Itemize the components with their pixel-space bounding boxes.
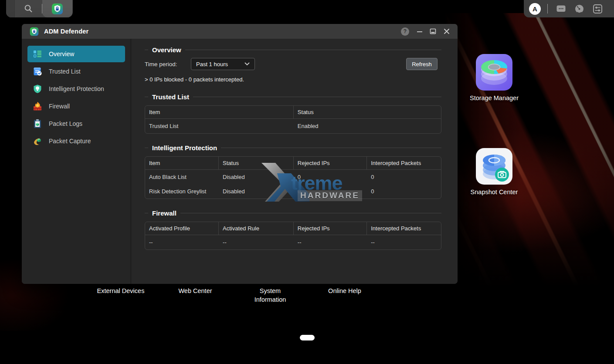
sidebar-item-label: Firewall [49,103,70,110]
chevron-down-icon [244,62,250,66]
trusted-list-table: Item Status Trusted List Enabled [145,105,441,134]
search-button[interactable] [15,0,42,17]
column-header: Status [294,106,441,118]
desktop-icon-label-external-devices[interactable]: External Devices [86,287,156,296]
taskbar-stub [6,0,15,17]
table-cell: Trusted List [145,119,294,133]
taskbar-handle-pill[interactable] [300,335,315,340]
sidebar-item-label: Packet Capture [49,138,91,145]
table-cell: 0 [294,170,367,184]
sidebar-item-overview[interactable]: Overview [27,46,125,62]
sliders-icon [593,4,603,14]
overview-summary: > 0 IPs blocked - 0 packets intercepted. [145,76,441,83]
table-cell: -- [367,235,441,249]
table-cell: Disabled [219,170,294,184]
sidebar-item-packet-capture[interactable]: Packet Capture [27,133,125,149]
adm-defender-app-icon [30,27,39,36]
desktop-icon-label: Snapshot Center [459,189,529,195]
firewall-table: Activated Profile Activated Rule Rejecte… [145,222,441,250]
table-header-row: Item Status Rejected IPs Intercepted Pac… [145,157,441,170]
desktop-icon-label: Storage Manager [459,94,529,101]
maximize-icon [430,28,436,34]
table-cell: Risk Detection Greylist [145,184,219,199]
time-period-value: Past 1 hours [196,61,244,67]
gauge-icon [574,4,584,14]
system-monitor-button[interactable] [574,4,584,14]
table-cell: 0 [367,170,441,184]
table-row: Auto Black List Disabled 0 0 [145,170,441,184]
adm-defender-app-icon [51,3,63,15]
table-cell: 0 [294,184,367,199]
table-cell: -- [294,235,367,249]
minimize-button[interactable] [416,28,423,35]
table-row: -- -- -- -- [145,235,441,249]
help-button[interactable]: ? [401,27,409,36]
sidebar-item-intelligent-protection[interactable]: Intelligent Protection [27,81,125,97]
shield-bulb-icon [33,84,42,94]
column-header: Rejected IPs [294,157,367,169]
packet-logs-icon [33,119,42,128]
messages-button[interactable] [556,4,566,13]
desktop-icon-label-online-help[interactable]: Online Help [314,287,375,296]
table-cell: 0 [367,184,441,199]
window-title: ADM Defender [44,28,88,35]
section-intelligent-protection-heading: Intelligent Protection [145,144,441,152]
time-period-label: Time period: [145,61,191,67]
section-firewall-heading: Firewall [145,209,441,217]
sidebar-item-trusted-list[interactable]: Trusted List [27,63,125,80]
chat-bubble-icon [556,4,566,13]
taskbar-divider [547,4,548,13]
table-cell: Disabled [219,184,294,199]
column-header: Intercepted Packets [367,222,441,235]
desktop-icon-snapshot-center[interactable]: Snapshot Center [459,148,529,195]
packet-capture-icon [33,136,42,146]
taskbar-active-app-adm-defender[interactable] [42,0,72,17]
column-header: Activated Profile [145,222,219,235]
preferences-button[interactable] [593,4,603,14]
intelligent-protection-table: Item Status Rejected IPs Intercepted Pac… [145,156,441,199]
sidebar-item-label: Trusted List [49,68,81,75]
desktop-icon-label-web-center[interactable]: Web Center [165,287,226,296]
table-row: Risk Detection Greylist Disabled 0 0 [145,184,441,199]
snapshot-center-icon [476,148,512,185]
section-trusted-list-heading: Trusted List [145,93,441,101]
time-period-select[interactable]: Past 1 hours [191,58,255,70]
storage-manager-icon [476,54,512,91]
window-titlebar[interactable]: ADM Defender ? [22,24,458,39]
column-header: Intercepted Packets [367,157,441,169]
close-button[interactable] [443,28,450,35]
maximize-button[interactable] [430,28,436,34]
sidebar-item-label: Overview [49,51,74,57]
overview-list-icon [33,49,42,59]
table-cell: Auto Black List [145,170,219,184]
main-content: Overview Time period: Past 1 hours Refre… [131,39,458,284]
table-cell: -- [145,235,219,249]
sidebar-item-label: Packet Logs [49,120,82,127]
trusted-clipboard-icon [33,67,42,76]
column-header: Activated Rule [219,222,294,235]
search-icon [24,4,33,13]
close-icon [444,28,450,34]
table-row: Trusted List Enabled [145,119,441,133]
adm-defender-window: ADM Defender ? [22,24,458,284]
table-header-row: Item Status [145,106,441,119]
taskbar-left-group [6,0,73,17]
sidebar-item-firewall[interactable]: Firewall [27,98,125,115]
column-header: Item [145,106,294,118]
sidebar: Overview Trusted List [22,39,131,284]
taskbar-right-group: A [524,0,614,17]
sidebar-item-label: Intelligent Protection [49,85,104,92]
refresh-button[interactable]: Refresh [406,58,438,70]
column-header: Status [219,157,294,169]
firewall-flame-icon [33,101,42,111]
column-header: Item [145,157,219,169]
user-avatar[interactable]: A [529,3,541,15]
table-cell: Enabled [294,119,441,133]
desktop-icon-storage-manager[interactable]: Storage Manager [459,54,529,101]
sidebar-item-packet-logs[interactable]: Packet Logs [27,115,125,132]
section-overview-heading: Overview [145,46,441,54]
minimize-icon [417,28,423,34]
desktop-icon-label-system-information[interactable]: System Information [246,287,294,304]
table-header-row: Activated Profile Activated Rule Rejecte… [145,222,441,235]
column-header: Rejected IPs [294,222,367,235]
